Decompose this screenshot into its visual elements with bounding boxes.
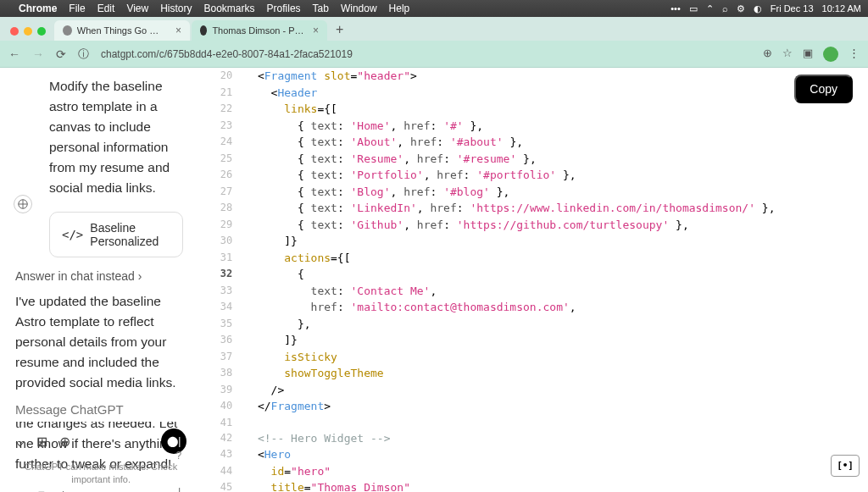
code-line[interactable]: 42 <!-- Hero Widget --> bbox=[197, 430, 868, 447]
forward-button[interactable]: → bbox=[32, 47, 44, 61]
window-close-button[interactable] bbox=[10, 27, 19, 36]
code-canvas: Copy 20 <Fragment slot="header">21 <Head… bbox=[197, 68, 868, 492]
site-info-icon[interactable]: ⓘ bbox=[78, 47, 89, 62]
chrome-toolbar: ← → ⟳ ⓘ chatgpt.com/c/675b8dd4-e2e0-8007… bbox=[0, 41, 868, 68]
code-line[interactable]: 32 { bbox=[197, 266, 868, 283]
window-minimize-button[interactable] bbox=[24, 27, 32, 36]
code-line[interactable]: 40 </Fragment> bbox=[197, 398, 868, 415]
code-line[interactable]: 20 <Fragment slot="header"> bbox=[197, 68, 868, 85]
status-battery-icon: ▭ bbox=[689, 3, 698, 14]
copy-message-icon[interactable]: ⧉ bbox=[38, 489, 46, 492]
code-line[interactable]: 22 links={[ bbox=[197, 101, 868, 118]
menu-help[interactable]: Help bbox=[389, 3, 410, 14]
message-actions: 🕪 ⧉ 👍︎ 👎︎ ↓ bbox=[15, 486, 183, 492]
copy-button[interactable]: Copy bbox=[794, 75, 853, 103]
favicon-icon bbox=[200, 25, 207, 36]
new-tab-button[interactable]: + bbox=[329, 22, 350, 41]
waveform-icon: ⬤| bbox=[167, 435, 181, 447]
chat-panel: Modify the baseline astro template in a … bbox=[0, 68, 197, 492]
tools-icon[interactable]: ⊞ bbox=[36, 434, 47, 450]
favicon-icon bbox=[63, 25, 72, 36]
tab-close-icon[interactable]: × bbox=[313, 25, 319, 36]
code-line[interactable]: 28 { text: 'LinkedIn', href: 'https://ww… bbox=[197, 200, 868, 217]
chevron-right-icon: › bbox=[138, 269, 142, 283]
code-line[interactable]: 29 { text: 'Github', href: 'https://gith… bbox=[197, 217, 868, 234]
back-button[interactable]: ← bbox=[8, 47, 20, 61]
menu-app[interactable]: Chrome bbox=[19, 3, 57, 14]
run-code-icon[interactable]: [•] bbox=[831, 455, 860, 478]
status-user-icon: ◐ bbox=[754, 3, 762, 14]
code-line[interactable]: 41 bbox=[197, 415, 868, 430]
bookmark-icon[interactable]: ☆ bbox=[782, 47, 793, 62]
code-line[interactable]: 35 }, bbox=[197, 316, 868, 333]
menu-profiles[interactable]: Profiles bbox=[267, 3, 301, 14]
web-icon[interactable]: ⊕ bbox=[59, 434, 70, 450]
chrome-menu-icon[interactable]: ⋮ bbox=[849, 47, 860, 62]
code-line[interactable]: 31 actions={[ bbox=[197, 250, 868, 267]
baseline-personalized-button[interactable]: </> Baseline Personalized bbox=[49, 212, 183, 257]
tab-title: When Things Go Wrong bbox=[77, 25, 167, 36]
extensions-icon[interactable]: ▣ bbox=[803, 47, 813, 62]
code-line[interactable]: 30 ]} bbox=[197, 233, 868, 250]
browser-tab-2-active[interactable]: Thomas Dimson - Personal W... × bbox=[192, 20, 327, 41]
code-line[interactable]: 33 text: 'Contact Me', bbox=[197, 283, 868, 300]
window-maximize-button[interactable] bbox=[37, 27, 46, 36]
help-icon[interactable]: ? bbox=[176, 450, 182, 462]
address-bar[interactable]: chatgpt.com/c/675b8dd4-e2e0-8007-84a1-2f… bbox=[101, 48, 751, 60]
profile-avatar[interactable] bbox=[823, 47, 838, 62]
code-line[interactable]: 24 { text: 'About', href: '#about' }, bbox=[197, 134, 868, 151]
thumbs-down-icon[interactable]: 👎︎ bbox=[81, 489, 92, 492]
code-line[interactable]: 36 ]} bbox=[197, 332, 868, 349]
menu-bookmarks[interactable]: Bookmarks bbox=[204, 3, 255, 14]
chat-input[interactable] bbox=[15, 397, 186, 422]
code-line[interactable]: 38 showToggleTheme bbox=[197, 365, 868, 382]
code-line[interactable]: 23 { text: 'Home', href: '#' }, bbox=[197, 118, 868, 135]
read-aloud-icon[interactable]: 🕪 bbox=[15, 489, 26, 492]
code-line[interactable]: 27 { text: 'Blog', href: '#blog' }, bbox=[197, 184, 868, 201]
reload-button[interactable]: ⟳ bbox=[56, 47, 66, 61]
menu-file[interactable]: File bbox=[69, 3, 85, 14]
search-icon[interactable]: ⊕ bbox=[763, 47, 772, 62]
code-line[interactable]: 44 id="hero" bbox=[197, 463, 868, 480]
code-line[interactable]: 45 title="Thomas Dimson" bbox=[197, 479, 868, 492]
code-line[interactable]: 25 { text: 'Resume', href: '#resume' }, bbox=[197, 151, 868, 168]
menu-window[interactable]: Window bbox=[341, 3, 377, 14]
status-wifi-icon: ⌃ bbox=[706, 3, 714, 14]
menu-history[interactable]: History bbox=[160, 3, 192, 14]
tab-title: Thomas Dimson - Personal W... bbox=[212, 25, 304, 36]
menu-tab[interactable]: Tab bbox=[313, 3, 329, 14]
menubar-time: 10:12 AM bbox=[822, 3, 861, 14]
code-line[interactable]: 34 href: 'mailto:contact@thomasdimson.co… bbox=[197, 299, 868, 316]
code-line[interactable]: 26 { text: 'Portfolio', href: '#portfoli… bbox=[197, 167, 868, 184]
attach-icon[interactable]: ⌵ bbox=[15, 432, 25, 451]
browser-tab-1[interactable]: When Things Go Wrong × bbox=[54, 20, 190, 41]
status-search-icon[interactable]: ⌕ bbox=[722, 3, 728, 14]
code-line[interactable]: 37 isSticky bbox=[197, 349, 868, 366]
voice-input-button[interactable]: ⬤| bbox=[161, 428, 186, 454]
code-line[interactable]: 39 /> bbox=[197, 382, 868, 399]
code-line[interactable]: 21 <Header bbox=[197, 85, 868, 102]
tab-close-icon[interactable]: × bbox=[175, 25, 181, 36]
code-editor[interactable]: 20 <Fragment slot="header">21 <Header22 … bbox=[197, 68, 868, 492]
chrome-tab-strip: When Things Go Wrong × Thomas Dimson - P… bbox=[0, 17, 868, 41]
status-dots-icon: ••• bbox=[670, 3, 681, 14]
user-prompt: Modify the baseline astro template in a … bbox=[15, 76, 183, 198]
menu-view[interactable]: View bbox=[126, 3, 148, 14]
menubar-date: Fri Dec 13 bbox=[771, 3, 814, 14]
code-line[interactable]: 43 <Hero bbox=[197, 446, 868, 463]
baseline-label: Baseline Personalized bbox=[90, 221, 170, 248]
mac-menu-bar: Chrome File Edit View History Bookmarks … bbox=[0, 0, 868, 17]
disclaimer-text: ChatGPT can make mistakes. Check importa… bbox=[15, 461, 186, 485]
chatgpt-logo-icon bbox=[14, 195, 32, 213]
code-icon: </> bbox=[62, 228, 83, 241]
thumbs-up-icon[interactable]: 👍︎ bbox=[58, 489, 69, 492]
status-control-icon[interactable]: ⚙ bbox=[737, 3, 745, 14]
menu-edit[interactable]: Edit bbox=[97, 3, 115, 14]
answer-in-chat-link[interactable]: Answer in chat instead › bbox=[15, 269, 183, 283]
